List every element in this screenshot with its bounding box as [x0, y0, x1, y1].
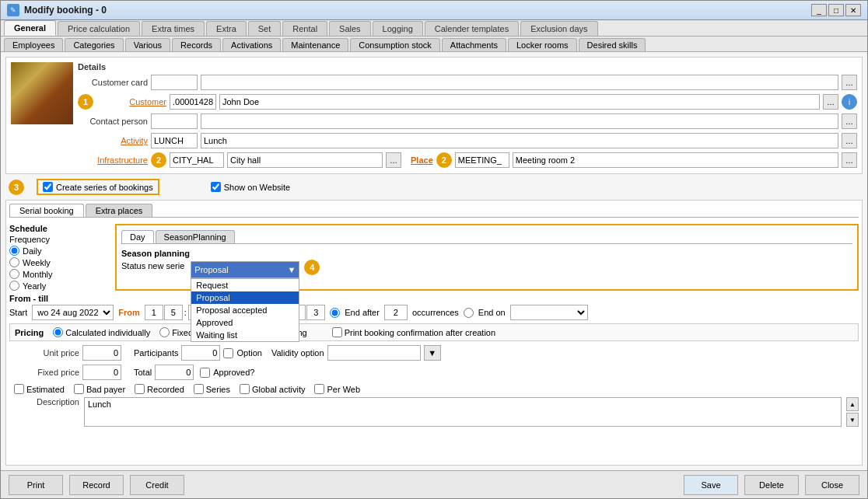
tab-logging[interactable]: Logging — [373, 21, 423, 36]
end-on-date-select[interactable] — [510, 305, 588, 320]
global-activity-checkbox[interactable] — [240, 384, 250, 394]
customer-name-input[interactable] — [219, 94, 820, 110]
print-confirmation-checkbox[interactable] — [332, 327, 342, 337]
option-proposal-accepted[interactable]: Proposal accepted — [191, 304, 299, 316]
approved-checkbox[interactable] — [200, 368, 210, 378]
total-input[interactable] — [155, 365, 194, 380]
sub-tab-desired-skills[interactable]: Desired skills — [579, 38, 646, 51]
radio-daily-input[interactable] — [9, 246, 19, 256]
series-checkbox[interactable] — [194, 384, 204, 394]
activity-dots-button[interactable]: … — [842, 133, 857, 148]
sub-tab-maintenance[interactable]: Maintenance — [282, 38, 348, 51]
start-date-select[interactable]: wo 24 aug 2022 — [32, 305, 114, 320]
bad-payer-flag[interactable]: Bad payer — [74, 384, 125, 394]
per-web-flag[interactable]: Per Web — [314, 384, 360, 394]
place-dots-button[interactable]: … — [842, 152, 857, 168]
radio-daily[interactable]: Daily — [9, 246, 110, 256]
infrastructure-dots-button[interactable]: … — [386, 152, 401, 168]
activity-name-input[interactable] — [201, 133, 838, 148]
sub-tab-categories[interactable]: Categories — [65, 38, 123, 51]
from-hour-2[interactable]: 5 — [164, 305, 183, 320]
calculated-individually-option[interactable]: Calculated individually — [53, 327, 150, 337]
till-min-2[interactable]: 3 — [306, 305, 325, 320]
validity-option-dropdown-btn[interactable]: ▼ — [424, 345, 441, 361]
inner-tab-day[interactable]: Day — [121, 230, 154, 243]
option-proposal[interactable]: Proposal — [191, 291, 299, 304]
infrastructure-name-input[interactable] — [227, 152, 383, 168]
infrastructure-label[interactable]: Infrastructure — [78, 155, 148, 165]
customer-dots-button[interactable]: … — [823, 94, 838, 110]
infrastructure-code-input[interactable] — [170, 152, 224, 168]
recorded-flag[interactable]: Recorded — [135, 384, 184, 394]
occurrences-input[interactable] — [384, 305, 408, 320]
sub-tab-various[interactable]: Various — [125, 38, 170, 51]
from-hour-1[interactable]: 1 — [145, 305, 163, 320]
place-label[interactable]: Place — [411, 155, 433, 165]
customer-card-input[interactable] — [151, 75, 198, 90]
radio-yearly-input[interactable] — [9, 281, 19, 291]
radio-monthly-input[interactable] — [9, 269, 19, 279]
tab-exclusion-days[interactable]: Exclusion days — [520, 21, 597, 36]
tab-calendar-templates[interactable]: Calender templates — [425, 21, 519, 36]
contact-person-dots-button[interactable]: … — [842, 113, 857, 129]
place-name-input[interactable] — [513, 152, 838, 168]
status-dropdown[interactable]: Proposal ▼ — [191, 261, 299, 278]
customer-info-button[interactable]: i — [842, 94, 857, 110]
activity-label[interactable]: Activity — [78, 136, 148, 145]
record-button[interactable]: Record — [69, 475, 124, 495]
sub-tab-attachments[interactable]: Attachments — [442, 38, 506, 51]
bad-payer-checkbox[interactable] — [74, 384, 84, 394]
tab-set[interactable]: Set — [248, 21, 282, 36]
description-scroll-up[interactable]: ▲ — [846, 397, 859, 411]
per-web-checkbox[interactable] — [314, 384, 324, 394]
radio-monthly[interactable]: Monthly — [9, 269, 110, 279]
sub-tab-consumption-stock[interactable]: Consumption stock — [350, 38, 440, 51]
unit-price-input[interactable] — [82, 345, 121, 361]
recorded-checkbox[interactable] — [135, 384, 145, 394]
description-textarea[interactable]: Lunch — [84, 397, 842, 427]
tab-extra-times[interactable]: Extra times — [142, 21, 205, 36]
option-approved[interactable]: Approved — [191, 316, 299, 329]
customer-card-name-input[interactable] — [201, 75, 838, 90]
contact-person-code-input[interactable] — [151, 113, 198, 129]
close-window-button[interactable]: ✕ — [845, 4, 861, 16]
tab-sales[interactable]: Sales — [329, 21, 371, 36]
description-scroll-down[interactable]: ▼ — [846, 413, 859, 427]
tab-extra[interactable]: Extra — [206, 21, 247, 36]
option-request[interactable]: Request — [191, 279, 299, 291]
end-on-radio[interactable] — [464, 308, 474, 318]
option-waiting-list[interactable]: Waiting list — [191, 329, 299, 341]
print-button[interactable]: Print — [9, 475, 63, 495]
sub-tab-activations[interactable]: Activations — [222, 38, 281, 51]
tab-general[interactable]: General — [4, 20, 56, 36]
print-confirmation-option[interactable]: Print booking confirmation after creatio… — [332, 327, 495, 337]
global-activity-flag[interactable]: Global activity — [240, 384, 305, 394]
calculated-individually-radio[interactable] — [53, 327, 63, 337]
sub-tab-employees[interactable]: Employees — [4, 38, 63, 51]
activity-code-input[interactable] — [151, 133, 198, 148]
contact-person-name-input[interactable] — [201, 113, 838, 129]
save-button[interactable]: Save — [684, 475, 738, 495]
validity-option-input[interactable] — [327, 345, 421, 361]
fixed-price-input[interactable] — [82, 365, 121, 380]
tab-rental[interactable]: Rental — [282, 21, 327, 36]
delete-button[interactable]: Delete — [744, 475, 799, 495]
inner-tab-season-planning[interactable]: SeasonPlanning — [156, 230, 235, 243]
option-checkbox[interactable] — [223, 348, 233, 358]
radio-yearly[interactable]: Yearly — [9, 281, 110, 291]
participants-input[interactable] — [181, 345, 220, 361]
credit-button[interactable]: Credit — [130, 475, 184, 495]
end-after-radio[interactable] — [330, 308, 340, 318]
sub-tab-locker-rooms[interactable]: Locker rooms — [508, 38, 577, 51]
customer-label[interactable]: Customer — [96, 97, 166, 106]
customer-card-dots-button[interactable]: … — [842, 75, 857, 90]
show-on-website-checkbox[interactable] — [211, 182, 221, 192]
sub-tab-records[interactable]: Records — [172, 38, 221, 51]
radio-weekly-input[interactable] — [9, 257, 19, 267]
series-flag[interactable]: Series — [194, 384, 230, 394]
create-series-checkbox[interactable] — [43, 182, 53, 192]
estimated-flag[interactable]: Estimated — [14, 384, 65, 394]
close-button[interactable]: Close — [805, 475, 859, 495]
maximize-button[interactable]: □ — [828, 4, 844, 16]
booking-tab-extra-places[interactable]: Extra places — [86, 204, 153, 217]
